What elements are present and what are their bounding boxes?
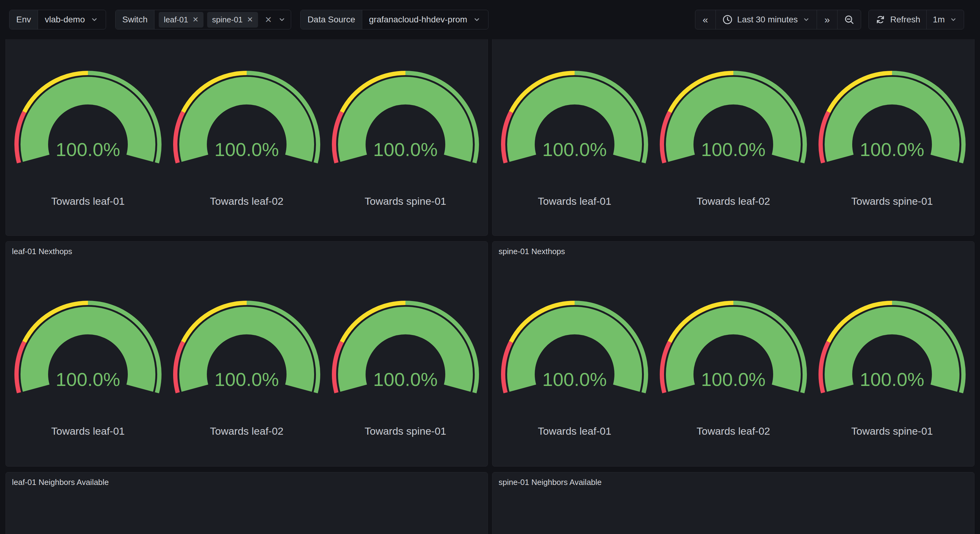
gauge-value: 100.0%: [860, 139, 924, 160]
gauge-arc: 100.0%: [11, 298, 165, 396]
chevrons-right-icon: »: [823, 14, 831, 26]
chevron-down-icon: [90, 15, 99, 24]
gauge-arc: 100.0%: [657, 298, 810, 396]
gauge-arc: 100.0%: [170, 298, 323, 396]
panel-title[interactable]: spine-01 Neighbors Available: [492, 472, 974, 490]
panel-spine-01-nexthops: spine-01 Nexthops 100.0%Towards leaf-011…: [492, 241, 975, 467]
gauge-arc: 100.0%: [170, 68, 323, 166]
datasource-variable-selected: grafanacloud-hhdev-prom: [369, 15, 467, 24]
gauge-value: 100.0%: [56, 139, 120, 160]
chevron-down-icon: [472, 15, 481, 24]
gauge-row: 100.0%Towards leaf-01100.0%Towards leaf-…: [6, 259, 488, 466]
gauge-value: 100.0%: [701, 369, 765, 390]
datasource-variable: Data Source grafanacloud-hhdev-prom: [300, 10, 488, 29]
gauge-row: 100.0%Towards leaf-01100.0%Towards leaf-…: [6, 39, 488, 236]
gauge-value: 100.0%: [373, 369, 438, 390]
time-range-controls: « Last 30 minutes »: [695, 10, 861, 29]
env-variable-label: Env: [10, 10, 38, 29]
gauge-arc: 100.0%: [815, 298, 969, 396]
gauge-value: 100.0%: [701, 139, 765, 160]
gauge: 100.0%Towards spine-01: [329, 298, 482, 437]
gauge-arc: 100.0%: [329, 68, 482, 166]
chevron-down-icon: [802, 15, 811, 24]
chevron-down-icon[interactable]: [277, 15, 286, 24]
zoom-out-time-button[interactable]: [837, 10, 861, 29]
gauge-row: [6, 490, 488, 534]
time-shift-forward-button[interactable]: »: [817, 10, 837, 29]
gauge: 100.0%Towards leaf-02: [657, 68, 810, 207]
switch-chip-label: leaf-01: [164, 15, 188, 24]
datasource-variable-label: Data Source: [301, 10, 362, 29]
panel-leaf-01-nexthops: leaf-01 Nexthops 100.0%Towards leaf-0110…: [5, 241, 488, 467]
switch-chip[interactable]: spine-01 ✕: [207, 12, 258, 27]
env-variable-value[interactable]: vlab-demo: [38, 10, 106, 29]
gauge-arc: 100.0%: [329, 298, 482, 396]
gauge-label: Towards leaf-01: [51, 195, 125, 207]
gauge-label: Towards spine-01: [365, 195, 446, 207]
switch-variable-label: Switch: [116, 10, 154, 29]
gauge-label: Towards leaf-01: [538, 425, 611, 437]
chevrons-left-icon: «: [702, 14, 710, 26]
gauge-value: 100.0%: [542, 139, 607, 160]
gauge-value: 100.0%: [215, 139, 279, 160]
refresh-button[interactable]: Refresh: [869, 10, 926, 29]
close-icon[interactable]: ✕: [192, 16, 199, 23]
gauge-row: [492, 490, 974, 534]
refresh-controls: Refresh 1m: [869, 10, 964, 29]
refresh-interval-button[interactable]: 1m: [926, 10, 964, 29]
panel-title[interactable]: leaf-01 Neighbors Available: [6, 472, 488, 490]
refresh-interval-value: 1m: [933, 15, 945, 24]
refresh-button-label: Refresh: [890, 15, 920, 24]
switch-variable-values: leaf-01 ✕ spine-01 ✕ ✕: [154, 10, 291, 29]
gauge-label: Towards leaf-02: [210, 195, 283, 207]
dashboard-toolbar: Env vlab-demo Switch leaf-01 ✕ spine-01 …: [0, 0, 980, 39]
clock-icon: [722, 14, 733, 25]
gauge-label: Towards leaf-01: [538, 195, 611, 207]
switch-variable: Switch leaf-01 ✕ spine-01 ✕ ✕: [115, 10, 291, 29]
panel-leaf-01-neighbors-available: leaf-01 Neighbors Available: [5, 472, 488, 534]
refresh-icon: [875, 14, 886, 25]
chevron-down-icon: [949, 15, 958, 24]
gauge-arc: 100.0%: [498, 298, 651, 396]
panel-title[interactable]: spine-01 Nexthops: [492, 242, 974, 259]
dashboard-grid: 100.0%Towards leaf-01100.0%Towards leaf-…: [0, 39, 980, 534]
time-shift-back-button[interactable]: «: [695, 10, 716, 29]
gauge-row: 100.0%Towards leaf-01100.0%Towards leaf-…: [492, 39, 974, 236]
gauge-value: 100.0%: [56, 369, 120, 390]
env-variable: Env vlab-demo: [9, 10, 106, 29]
gauge-label: Towards leaf-01: [51, 425, 125, 437]
gauge: 100.0%Towards leaf-02: [170, 298, 323, 437]
time-range-label: Last 30 minutes: [737, 15, 798, 24]
gauge-row: 100.0%Towards leaf-01100.0%Towards leaf-…: [492, 259, 974, 466]
gauge: 100.0%Towards spine-01: [815, 68, 969, 207]
gauge-arc: 100.0%: [815, 68, 969, 166]
gauge-value: 100.0%: [542, 369, 607, 390]
gauge: 100.0%Towards leaf-02: [657, 298, 810, 437]
zoom-out-icon: [844, 14, 855, 25]
close-icon[interactable]: ✕: [247, 16, 253, 23]
gauge: 100.0%Towards leaf-01: [498, 298, 651, 437]
gauge-label: Towards leaf-02: [210, 425, 283, 437]
gauge: 100.0%Towards leaf-02: [170, 68, 323, 207]
datasource-variable-value[interactable]: grafanacloud-hhdev-prom: [362, 10, 488, 29]
gauge-value: 100.0%: [860, 369, 924, 390]
gauge-value: 100.0%: [215, 369, 279, 390]
switch-chip[interactable]: leaf-01 ✕: [159, 12, 204, 27]
gauge-label: Towards leaf-02: [697, 425, 770, 437]
panel-spine-01-neighbors-available: spine-01 Neighbors Available: [492, 472, 975, 534]
gauge-value: 100.0%: [373, 139, 438, 160]
panel: 100.0%Towards leaf-01100.0%Towards leaf-…: [5, 39, 488, 236]
clear-selection-icon[interactable]: ✕: [265, 15, 272, 25]
panel: 100.0%Towards leaf-01100.0%Towards leaf-…: [492, 39, 975, 236]
gauge-label: Towards spine-01: [851, 425, 933, 437]
gauge: 100.0%Towards leaf-01: [498, 68, 651, 207]
switch-chip-label: spine-01: [212, 15, 243, 24]
gauge: 100.0%Towards spine-01: [815, 298, 969, 437]
gauge-label: Towards spine-01: [365, 425, 446, 437]
gauge: 100.0%Towards leaf-01: [11, 68, 165, 207]
gauge-arc: 100.0%: [657, 68, 810, 166]
gauge-label: Towards spine-01: [851, 195, 933, 207]
env-variable-selected: vlab-demo: [45, 15, 85, 24]
panel-title[interactable]: leaf-01 Nexthops: [6, 242, 488, 259]
time-range-picker-button[interactable]: Last 30 minutes: [716, 10, 817, 29]
